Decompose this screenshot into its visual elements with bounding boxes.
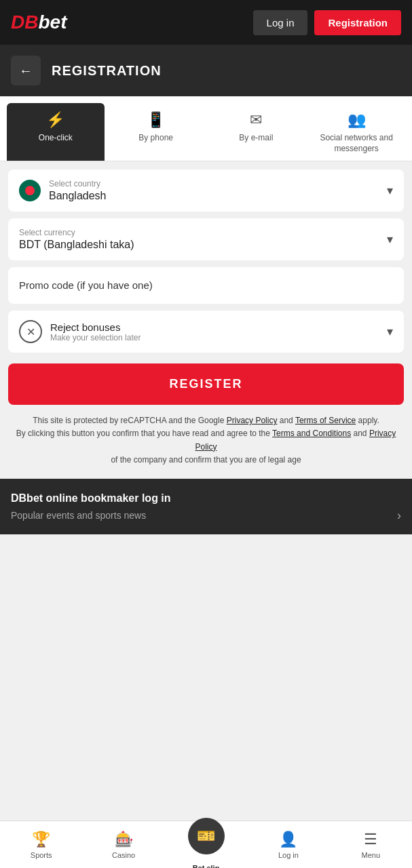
email-icon: ✉	[250, 111, 262, 129]
terms-conditions-link[interactable]: Terms and Conditions	[272, 429, 351, 438]
promo-banner-title: DBbet online bookmaker log in	[11, 492, 401, 505]
back-button[interactable]: ←	[11, 56, 41, 85]
currency-label: Select currency	[19, 228, 134, 237]
disclaimer-line3: of the company and confirm that you are …	[111, 455, 301, 465]
form-area: Select country Bangladesh ▾ Select curre…	[0, 161, 412, 361]
disclaimer-line2: By clicking this button you confirm that…	[16, 429, 270, 438]
reject-icon: ✕	[19, 320, 42, 343]
nav-login-label: Log in	[278, 851, 299, 859]
reject-sub: Make your selection later	[50, 333, 141, 342]
social-icon: 👥	[348, 111, 366, 129]
logo: DB bet	[11, 12, 67, 33]
currency-chevron-icon: ▾	[387, 232, 393, 247]
disclaimer-apply-text: apply.	[358, 416, 379, 425]
trophy-icon: 🏆	[32, 831, 50, 848]
page-title: REGISTRATION	[52, 63, 162, 79]
nav-sports-label: Sports	[31, 851, 52, 859]
lightning-icon: ⚡	[46, 111, 64, 129]
bonus-chevron-icon: ▾	[387, 324, 393, 339]
nav-betslip-label: Bet slip	[193, 864, 220, 869]
promo-banner-sub: Popular events and sports news	[11, 510, 401, 521]
nav-casino-label: Casino	[112, 851, 135, 859]
page-header: ← REGISTRATION	[0, 45, 412, 96]
currency-text: Select currency BDT (Bangladeshi taka)	[19, 228, 134, 251]
nav-item-sports[interactable]: 🏆 Sports	[0, 831, 82, 859]
nav-buttons: Log in Registration	[253, 10, 401, 35]
top-navigation: DB bet Log in Registration	[0, 0, 412, 45]
register-button-wrap: REGISTER	[0, 361, 412, 405]
terms-of-service-link[interactable]: Terms of Service	[295, 416, 356, 425]
disclaimer-and2-text: and	[354, 429, 367, 438]
promo-code-field[interactable]: Promo code (if you have one)	[8, 267, 404, 304]
tab-one-click-label: One-click	[39, 133, 73, 144]
tab-by-phone-label: By phone	[138, 133, 173, 144]
login-button[interactable]: Log in	[253, 10, 308, 35]
casino-icon: 🎰	[115, 831, 133, 848]
bonus-inner: ✕ Reject bonuses Make your selection lat…	[19, 320, 141, 343]
promo-banner[interactable]: DBbet online bookmaker log in Popular ev…	[0, 479, 412, 534]
country-text: Select country Bangladesh	[49, 179, 107, 202]
country-chevron-icon: ▾	[387, 183, 393, 198]
registration-button[interactable]: Registration	[314, 10, 401, 35]
country-value: Bangladesh	[49, 190, 107, 202]
betslip-icon: 🎫	[197, 827, 215, 845]
nav-item-casino[interactable]: 🎰 Casino	[82, 831, 164, 859]
main-content: ⚡ One-click 📱 By phone ✉ By e-mail 👥 Soc…	[0, 96, 412, 589]
betslip-button[interactable]: 🎫	[188, 818, 225, 854]
promo-banner-chevron-icon: ›	[397, 509, 401, 523]
currency-field-inner: Select currency BDT (Bangladeshi taka)	[19, 228, 387, 251]
reject-title: Reject bonuses	[50, 321, 141, 333]
register-button[interactable]: REGISTER	[8, 363, 404, 405]
disclaimer: This site is protected by reCAPTCHA and …	[0, 405, 412, 476]
bottom-navigation: 🏆 Sports 🎰 Casino 🎫 Bet slip 👤 Log in ☰ …	[0, 821, 412, 868]
country-label: Select country	[49, 179, 107, 189]
country-field-inner: Select country Bangladesh	[19, 179, 387, 202]
privacy-policy-link-1[interactable]: Privacy Policy	[227, 416, 278, 425]
nav-menu-label: Menu	[362, 851, 381, 859]
phone-icon: 📱	[147, 111, 165, 129]
logo-db: DB	[11, 12, 38, 33]
tab-one-click[interactable]: ⚡ One-click	[7, 103, 105, 161]
currency-value: BDT (Bangladeshi taka)	[19, 239, 134, 251]
tab-by-email-label: By e-mail	[239, 133, 273, 144]
tab-by-phone[interactable]: 📱 By phone	[107, 103, 205, 161]
tab-social[interactable]: 👥 Social networks and messengers	[307, 103, 405, 161]
promo-placeholder: Promo code (if you have one)	[19, 279, 153, 291]
country-selector[interactable]: Select country Bangladesh ▾	[8, 170, 404, 212]
nav-item-betslip[interactable]: 🎫 Bet slip	[165, 818, 247, 869]
reject-bonuses-field[interactable]: ✕ Reject bonuses Make your selection lat…	[8, 311, 404, 353]
bonus-text: Reject bonuses Make your selection later	[50, 321, 141, 342]
currency-selector[interactable]: Select currency BDT (Bangladeshi taka) ▾	[8, 218, 404, 260]
user-icon: 👤	[279, 831, 297, 848]
disclaimer-line1: This site is protected by reCAPTCHA and …	[33, 416, 224, 425]
nav-item-login[interactable]: 👤 Log in	[247, 831, 329, 859]
nav-item-menu[interactable]: ☰ Menu	[330, 831, 412, 859]
tab-social-label: Social networks and messengers	[312, 133, 401, 154]
disclaimer-and-text: and	[280, 416, 293, 425]
tab-by-email[interactable]: ✉ By e-mail	[208, 103, 305, 161]
logo-bet: bet	[38, 12, 67, 33]
registration-tabs: ⚡ One-click 📱 By phone ✉ By e-mail 👥 Soc…	[0, 96, 412, 161]
menu-icon: ☰	[364, 831, 377, 848]
country-flag	[19, 180, 41, 201]
